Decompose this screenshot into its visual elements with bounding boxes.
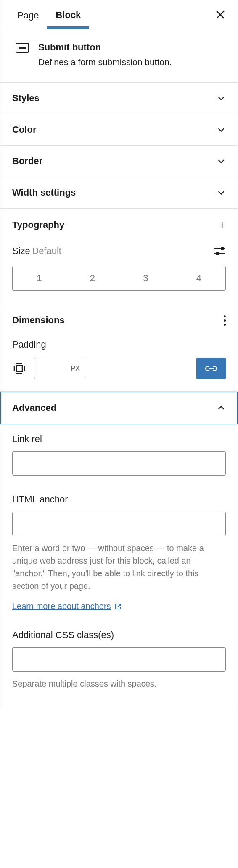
padding-input[interactable]: PX [34, 358, 85, 379]
more-options-icon[interactable] [224, 315, 226, 326]
close-button[interactable] [215, 9, 226, 20]
section-header-width[interactable]: Width settings [0, 177, 238, 208]
settings-panel: Page Block Submit button Defines a form … [0, 0, 238, 707]
svg-rect-4 [16, 366, 22, 371]
css-classes-help: Separate multiple classes with spaces. [12, 677, 226, 690]
size-option-4[interactable]: 4 [172, 266, 226, 290]
size-option-2[interactable]: 2 [66, 266, 119, 290]
section-typography: Typography + Size Default 1 2 3 [0, 209, 238, 303]
html-anchor-label: HTML anchor [12, 494, 226, 505]
size-label: Size [12, 246, 30, 256]
css-classes-input[interactable] [12, 647, 226, 672]
advanced-body: Link rel HTML anchor Enter a word or two… [0, 424, 238, 707]
section-color: Color [0, 114, 238, 146]
link-icon [205, 365, 217, 372]
section-styles: Styles [0, 83, 238, 114]
section-header-border[interactable]: Border [0, 146, 238, 177]
external-link-icon [114, 603, 122, 610]
section-dimensions: Dimensions Padding PX [0, 303, 238, 392]
chevron-down-icon [217, 125, 226, 134]
css-classes-label: Additional CSS class(es) [12, 630, 226, 641]
tab-bar: Page Block [0, 0, 238, 30]
section-header-color[interactable]: Color [0, 114, 238, 145]
block-header: Submit button Defines a form submission … [0, 30, 238, 83]
padding-sides-button[interactable] [12, 361, 26, 376]
size-option-1[interactable]: 1 [13, 266, 66, 290]
chevron-down-icon [217, 188, 226, 197]
padding-sides-icon [13, 362, 26, 375]
link-rel-label: Link rel [12, 434, 226, 444]
tab-block[interactable]: Block [47, 1, 89, 29]
chevron-down-icon [217, 94, 226, 103]
block-description: Defines a form submission button. [38, 57, 172, 67]
sliders-icon[interactable] [214, 246, 226, 256]
section-header-advanced[interactable]: Advanced [1, 392, 237, 424]
svg-point-1 [221, 247, 224, 250]
link-rel-input[interactable] [12, 451, 226, 476]
svg-point-3 [216, 252, 219, 255]
section-header-dimensions: Dimensions [0, 303, 238, 337]
size-option-3[interactable]: 3 [119, 266, 172, 290]
padding-label: Padding [12, 339, 226, 350]
section-header-styles[interactable]: Styles [0, 83, 238, 114]
submit-button-icon [16, 43, 29, 53]
link-sides-button[interactable] [196, 358, 226, 379]
html-anchor-input[interactable] [12, 512, 226, 536]
chevron-down-icon [217, 157, 226, 166]
size-options: 1 2 3 4 [12, 266, 226, 291]
learn-more-anchors-link[interactable]: Learn more about anchors [12, 601, 122, 611]
section-border: Border [0, 146, 238, 177]
size-value: Default [32, 246, 61, 256]
html-anchor-help: Enter a word or two — without spaces — t… [12, 542, 226, 592]
block-title: Submit button [38, 42, 172, 53]
plus-icon[interactable]: + [218, 219, 226, 231]
tab-page[interactable]: Page [9, 2, 47, 29]
close-icon [215, 9, 226, 20]
section-advanced: Advanced [0, 392, 238, 424]
section-width: Width settings [0, 177, 238, 209]
chevron-up-icon [217, 403, 226, 413]
section-header-typography[interactable]: Typography + [0, 209, 238, 241]
